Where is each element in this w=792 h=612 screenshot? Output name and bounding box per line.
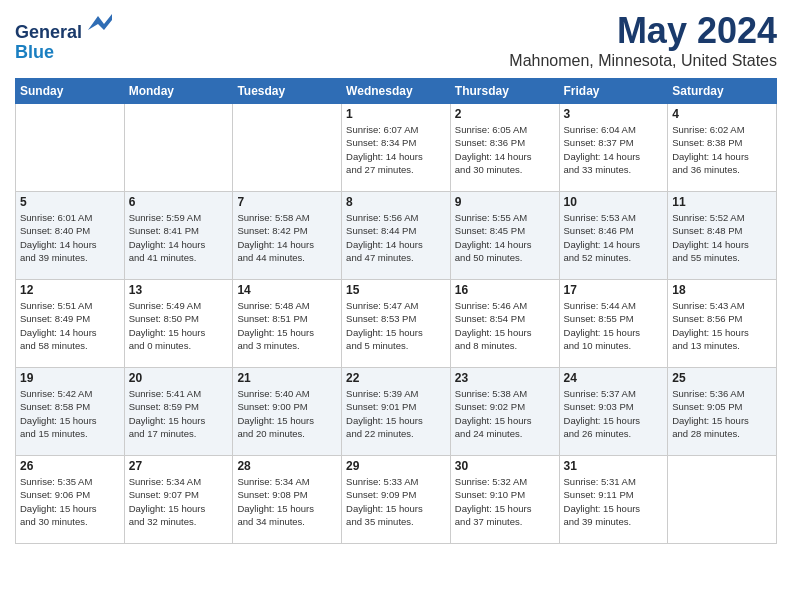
day-number: 27 bbox=[129, 459, 229, 473]
calendar-cell: 22Sunrise: 5:39 AM Sunset: 9:01 PM Dayli… bbox=[342, 368, 451, 456]
day-info: Sunrise: 5:38 AM Sunset: 9:02 PM Dayligh… bbox=[455, 387, 555, 440]
day-info: Sunrise: 5:34 AM Sunset: 9:07 PM Dayligh… bbox=[129, 475, 229, 528]
title-block: May 2024 Mahnomen, Minnesota, United Sta… bbox=[509, 10, 777, 70]
day-number: 12 bbox=[20, 283, 120, 297]
day-info: Sunrise: 6:04 AM Sunset: 8:37 PM Dayligh… bbox=[564, 123, 664, 176]
week-row-5: 26Sunrise: 5:35 AM Sunset: 9:06 PM Dayli… bbox=[16, 456, 777, 544]
day-number: 25 bbox=[672, 371, 772, 385]
calendar-cell: 30Sunrise: 5:32 AM Sunset: 9:10 PM Dayli… bbox=[450, 456, 559, 544]
week-row-3: 12Sunrise: 5:51 AM Sunset: 8:49 PM Dayli… bbox=[16, 280, 777, 368]
day-number: 23 bbox=[455, 371, 555, 385]
day-info: Sunrise: 6:05 AM Sunset: 8:36 PM Dayligh… bbox=[455, 123, 555, 176]
calendar-cell: 7Sunrise: 5:58 AM Sunset: 8:42 PM Daylig… bbox=[233, 192, 342, 280]
day-number: 26 bbox=[20, 459, 120, 473]
day-info: Sunrise: 5:44 AM Sunset: 8:55 PM Dayligh… bbox=[564, 299, 664, 352]
day-number: 6 bbox=[129, 195, 229, 209]
logo-bird-icon bbox=[84, 10, 112, 38]
day-info: Sunrise: 5:56 AM Sunset: 8:44 PM Dayligh… bbox=[346, 211, 446, 264]
calendar-cell: 6Sunrise: 5:59 AM Sunset: 8:41 PM Daylig… bbox=[124, 192, 233, 280]
calendar-cell: 24Sunrise: 5:37 AM Sunset: 9:03 PM Dayli… bbox=[559, 368, 668, 456]
day-info: Sunrise: 5:58 AM Sunset: 8:42 PM Dayligh… bbox=[237, 211, 337, 264]
day-number: 20 bbox=[129, 371, 229, 385]
calendar-cell: 13Sunrise: 5:49 AM Sunset: 8:50 PM Dayli… bbox=[124, 280, 233, 368]
day-number: 30 bbox=[455, 459, 555, 473]
day-info: Sunrise: 5:33 AM Sunset: 9:09 PM Dayligh… bbox=[346, 475, 446, 528]
calendar-cell: 2Sunrise: 6:05 AM Sunset: 8:36 PM Daylig… bbox=[450, 104, 559, 192]
day-info: Sunrise: 5:48 AM Sunset: 8:51 PM Dayligh… bbox=[237, 299, 337, 352]
day-number: 19 bbox=[20, 371, 120, 385]
day-info: Sunrise: 5:32 AM Sunset: 9:10 PM Dayligh… bbox=[455, 475, 555, 528]
calendar-cell: 21Sunrise: 5:40 AM Sunset: 9:00 PM Dayli… bbox=[233, 368, 342, 456]
calendar-table: SundayMondayTuesdayWednesdayThursdayFrid… bbox=[15, 78, 777, 544]
calendar-title: May 2024 bbox=[509, 10, 777, 52]
col-header-monday: Monday bbox=[124, 79, 233, 104]
day-info: Sunrise: 5:34 AM Sunset: 9:08 PM Dayligh… bbox=[237, 475, 337, 528]
calendar-cell bbox=[124, 104, 233, 192]
week-row-1: 1Sunrise: 6:07 AM Sunset: 8:34 PM Daylig… bbox=[16, 104, 777, 192]
day-info: Sunrise: 6:07 AM Sunset: 8:34 PM Dayligh… bbox=[346, 123, 446, 176]
col-header-thursday: Thursday bbox=[450, 79, 559, 104]
calendar-cell bbox=[233, 104, 342, 192]
calendar-cell: 8Sunrise: 5:56 AM Sunset: 8:44 PM Daylig… bbox=[342, 192, 451, 280]
day-info: Sunrise: 5:42 AM Sunset: 8:58 PM Dayligh… bbox=[20, 387, 120, 440]
day-info: Sunrise: 5:46 AM Sunset: 8:54 PM Dayligh… bbox=[455, 299, 555, 352]
logo-blue-text: Blue bbox=[15, 43, 112, 63]
day-number: 3 bbox=[564, 107, 664, 121]
day-number: 2 bbox=[455, 107, 555, 121]
day-info: Sunrise: 5:40 AM Sunset: 9:00 PM Dayligh… bbox=[237, 387, 337, 440]
svg-marker-0 bbox=[88, 14, 112, 30]
day-info: Sunrise: 5:47 AM Sunset: 8:53 PM Dayligh… bbox=[346, 299, 446, 352]
calendar-cell: 3Sunrise: 6:04 AM Sunset: 8:37 PM Daylig… bbox=[559, 104, 668, 192]
day-number: 14 bbox=[237, 283, 337, 297]
calendar-cell: 14Sunrise: 5:48 AM Sunset: 8:51 PM Dayli… bbox=[233, 280, 342, 368]
calendar-cell: 1Sunrise: 6:07 AM Sunset: 8:34 PM Daylig… bbox=[342, 104, 451, 192]
day-number: 9 bbox=[455, 195, 555, 209]
calendar-cell: 26Sunrise: 5:35 AM Sunset: 9:06 PM Dayli… bbox=[16, 456, 125, 544]
calendar-cell: 17Sunrise: 5:44 AM Sunset: 8:55 PM Dayli… bbox=[559, 280, 668, 368]
day-info: Sunrise: 5:37 AM Sunset: 9:03 PM Dayligh… bbox=[564, 387, 664, 440]
day-info: Sunrise: 5:31 AM Sunset: 9:11 PM Dayligh… bbox=[564, 475, 664, 528]
day-number: 15 bbox=[346, 283, 446, 297]
calendar-cell: 15Sunrise: 5:47 AM Sunset: 8:53 PM Dayli… bbox=[342, 280, 451, 368]
day-number: 11 bbox=[672, 195, 772, 209]
day-number: 21 bbox=[237, 371, 337, 385]
calendar-cell: 16Sunrise: 5:46 AM Sunset: 8:54 PM Dayli… bbox=[450, 280, 559, 368]
day-info: Sunrise: 6:01 AM Sunset: 8:40 PM Dayligh… bbox=[20, 211, 120, 264]
day-number: 8 bbox=[346, 195, 446, 209]
calendar-cell bbox=[16, 104, 125, 192]
calendar-cell: 27Sunrise: 5:34 AM Sunset: 9:07 PM Dayli… bbox=[124, 456, 233, 544]
day-info: Sunrise: 5:35 AM Sunset: 9:06 PM Dayligh… bbox=[20, 475, 120, 528]
day-number: 22 bbox=[346, 371, 446, 385]
logo-text: General bbox=[15, 10, 112, 43]
day-info: Sunrise: 5:49 AM Sunset: 8:50 PM Dayligh… bbox=[129, 299, 229, 352]
calendar-cell: 25Sunrise: 5:36 AM Sunset: 9:05 PM Dayli… bbox=[668, 368, 777, 456]
calendar-cell: 12Sunrise: 5:51 AM Sunset: 8:49 PM Dayli… bbox=[16, 280, 125, 368]
day-number: 13 bbox=[129, 283, 229, 297]
day-number: 24 bbox=[564, 371, 664, 385]
day-number: 18 bbox=[672, 283, 772, 297]
col-header-wednesday: Wednesday bbox=[342, 79, 451, 104]
col-header-sunday: Sunday bbox=[16, 79, 125, 104]
calendar-subtitle: Mahnomen, Minnesota, United States bbox=[509, 52, 777, 70]
day-info: Sunrise: 5:52 AM Sunset: 8:48 PM Dayligh… bbox=[672, 211, 772, 264]
day-number: 10 bbox=[564, 195, 664, 209]
col-header-tuesday: Tuesday bbox=[233, 79, 342, 104]
day-number: 28 bbox=[237, 459, 337, 473]
calendar-cell: 9Sunrise: 5:55 AM Sunset: 8:45 PM Daylig… bbox=[450, 192, 559, 280]
calendar-cell: 29Sunrise: 5:33 AM Sunset: 9:09 PM Dayli… bbox=[342, 456, 451, 544]
header-row: SundayMondayTuesdayWednesdayThursdayFrid… bbox=[16, 79, 777, 104]
calendar-cell: 28Sunrise: 5:34 AM Sunset: 9:08 PM Dayli… bbox=[233, 456, 342, 544]
day-info: Sunrise: 5:53 AM Sunset: 8:46 PM Dayligh… bbox=[564, 211, 664, 264]
day-number: 29 bbox=[346, 459, 446, 473]
day-info: Sunrise: 5:39 AM Sunset: 9:01 PM Dayligh… bbox=[346, 387, 446, 440]
week-row-2: 5Sunrise: 6:01 AM Sunset: 8:40 PM Daylig… bbox=[16, 192, 777, 280]
day-number: 5 bbox=[20, 195, 120, 209]
day-number: 17 bbox=[564, 283, 664, 297]
day-number: 1 bbox=[346, 107, 446, 121]
day-info: Sunrise: 5:59 AM Sunset: 8:41 PM Dayligh… bbox=[129, 211, 229, 264]
day-info: Sunrise: 5:55 AM Sunset: 8:45 PM Dayligh… bbox=[455, 211, 555, 264]
calendar-cell: 18Sunrise: 5:43 AM Sunset: 8:56 PM Dayli… bbox=[668, 280, 777, 368]
calendar-cell: 20Sunrise: 5:41 AM Sunset: 8:59 PM Dayli… bbox=[124, 368, 233, 456]
col-header-saturday: Saturday bbox=[668, 79, 777, 104]
col-header-friday: Friday bbox=[559, 79, 668, 104]
